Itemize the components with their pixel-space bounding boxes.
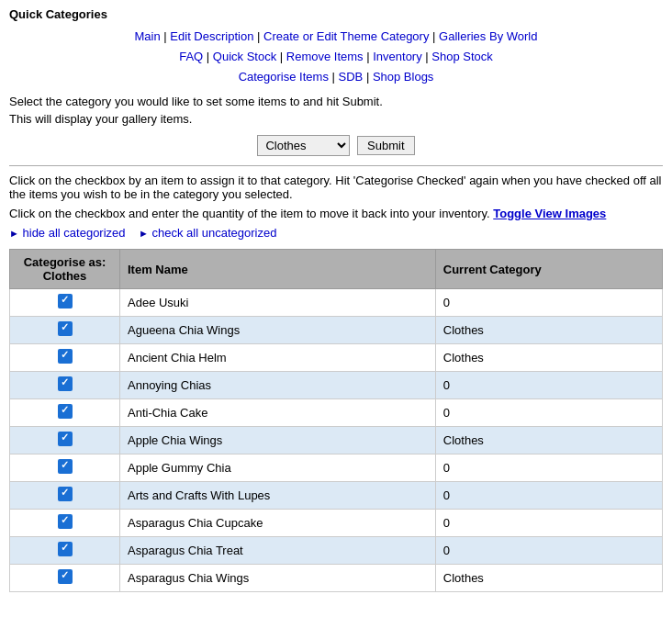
item-current-category: 0	[435, 289, 662, 317]
nav-shop-blogs[interactable]: Shop Blogs	[373, 70, 434, 84]
row-checkbox-cell	[10, 454, 120, 482]
table-row: Apple Gummy Chia0	[10, 454, 663, 482]
description-text: Select the category you would like to se…	[9, 95, 663, 108]
item-name: Annoying Chias	[120, 372, 436, 399]
item-checkbox[interactable]	[58, 432, 73, 446]
row-checkbox-cell	[10, 344, 120, 372]
item-current-category: Clothes	[435, 317, 662, 344]
item-current-category: 0	[435, 510, 662, 537]
item-checkbox[interactable]	[58, 349, 73, 364]
table-row: Asparagus Chia WingsClothes	[10, 565, 663, 592]
table-row: Adee Usuki0	[10, 289, 663, 317]
table-row: Ancient Chia HelmClothes	[10, 344, 663, 372]
table-row: Annoying Chias0	[10, 372, 663, 399]
nav-main[interactable]: Main	[135, 29, 161, 43]
item-name: Asparagus Chia Cupcake	[120, 510, 436, 537]
page-title: Quick Categories	[9, 7, 663, 21]
row-checkbox-cell	[10, 510, 120, 537]
item-name: Asparagus Chia Treat	[120, 537, 436, 565]
item-checkbox[interactable]	[58, 321, 73, 336]
item-name: Ancient Chia Helm	[120, 344, 436, 372]
item-name: Anti-Chia Cake	[120, 399, 436, 427]
row-checkbox-cell	[10, 317, 120, 344]
nav-create-edit-theme[interactable]: Create or Edit Theme Category	[263, 29, 429, 43]
item-checkbox[interactable]	[58, 459, 73, 474]
item-checkbox[interactable]	[58, 487, 73, 501]
item-name: Asparagus Chia Wings	[120, 565, 436, 592]
nav-categorise-items[interactable]: Categorise Items	[239, 70, 329, 84]
item-checkbox[interactable]	[58, 569, 73, 584]
gallery-note: This will display your gallery items.	[9, 112, 663, 126]
submit-button[interactable]: Submit	[357, 136, 414, 155]
item-checkbox[interactable]	[58, 542, 73, 556]
navigation-links: Main | Edit Description | Create or Edit…	[9, 27, 663, 87]
item-checkbox[interactable]	[58, 404, 73, 419]
item-name: Apple Chia Wings	[120, 427, 436, 454]
nav-remove-items[interactable]: Remove Items	[286, 50, 364, 63]
row-checkbox-cell	[10, 289, 120, 317]
hide-all-categorized[interactable]: hide all categorized	[23, 226, 126, 240]
instruction-1: Click on the checkbox by an item to assi…	[9, 174, 663, 201]
item-current-category: Clothes	[435, 565, 662, 592]
nav-inventory[interactable]: Inventory	[373, 50, 421, 63]
instruction-2: Click on the checkbox and enter the quan…	[9, 207, 663, 220]
item-current-category: 0	[435, 454, 662, 482]
items-table: Categorise as: Clothes Item Name Current…	[9, 249, 663, 592]
item-name: Arts and Crafts With Lupes	[120, 482, 436, 510]
table-row: Arts and Crafts With Lupes0	[10, 482, 663, 510]
item-current-category: 0	[435, 482, 662, 510]
col-header-item-name: Item Name	[120, 250, 436, 289]
item-name: Adee Usuki	[120, 289, 436, 317]
item-checkbox[interactable]	[58, 514, 73, 529]
toggle-view-images[interactable]: Toggle View Images	[493, 207, 606, 220]
table-row: Anti-Chia Cake0	[10, 399, 663, 427]
nav-galleries-world[interactable]: Galleries By World	[439, 29, 537, 43]
table-row: Apple Chia WingsClothes	[10, 427, 663, 454]
check-all-uncategorized[interactable]: check all uncategorized	[152, 226, 277, 240]
item-name: Agueena Chia Wings	[120, 317, 436, 344]
category-select[interactable]: Clothes Accessories Books Food Toys	[257, 135, 350, 156]
item-checkbox[interactable]	[58, 294, 73, 308]
nav-edit-description[interactable]: Edit Description	[170, 29, 253, 43]
item-current-category: 0	[435, 399, 662, 427]
nav-sdb[interactable]: SDB	[339, 70, 364, 84]
table-row: Asparagus Chia Cupcake0	[10, 510, 663, 537]
row-checkbox-cell	[10, 565, 120, 592]
row-checkbox-cell	[10, 537, 120, 565]
item-current-category: Clothes	[435, 344, 662, 372]
category-form: Clothes Accessories Books Food Toys Subm…	[9, 135, 663, 156]
row-checkbox-cell	[10, 427, 120, 454]
row-checkbox-cell	[10, 399, 120, 427]
nav-faq[interactable]: FAQ	[179, 50, 203, 63]
nav-shop-stock[interactable]: Shop Stock	[431, 50, 493, 63]
quick-action-links: ► hide all categorized ► check all uncat…	[9, 226, 663, 240]
nav-quick-stock[interactable]: Quick Stock	[213, 50, 276, 63]
item-current-category: 0	[435, 372, 662, 399]
table-row: Agueena Chia WingsClothes	[10, 317, 663, 344]
row-checkbox-cell	[10, 482, 120, 510]
item-current-category: Clothes	[435, 427, 662, 454]
col-header-categorise: Categorise as: Clothes	[10, 250, 120, 289]
row-checkbox-cell	[10, 372, 120, 399]
item-name: Apple Gummy Chia	[120, 454, 436, 482]
table-row: Asparagus Chia Treat0	[10, 537, 663, 565]
item-checkbox[interactable]	[58, 376, 73, 391]
col-header-current-category: Current Category	[435, 250, 662, 289]
item-current-category: 0	[435, 537, 662, 565]
